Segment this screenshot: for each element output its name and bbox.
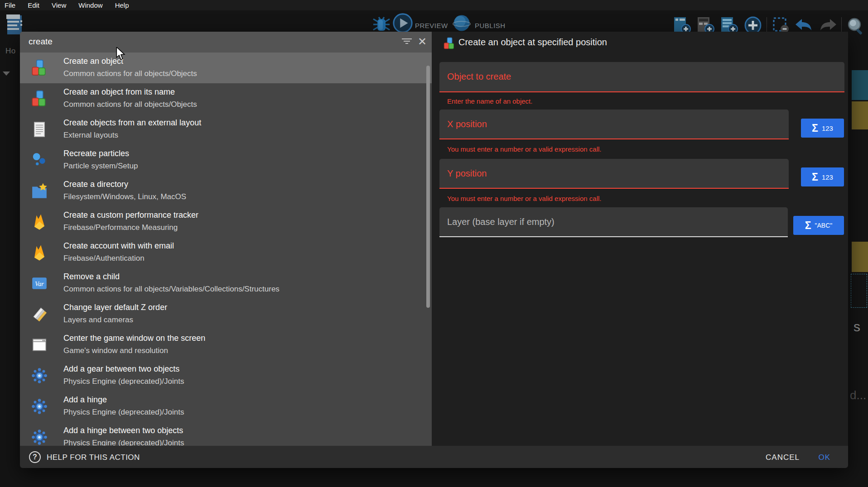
layer-placeholder: Layer (base layer if empty) xyxy=(447,217,555,227)
toolbar-separator xyxy=(841,17,842,33)
objects-cubes-icon xyxy=(443,37,456,50)
home-tab-partial[interactable]: Ho xyxy=(5,47,16,56)
game-window-icon xyxy=(31,336,48,353)
app-window: File Edit View Window Help Ho PREVIEW xyxy=(0,0,868,487)
object-to-create-field[interactable]: Object to create xyxy=(439,62,844,92)
scene-object-teal xyxy=(852,70,868,100)
menu-help[interactable]: Help xyxy=(115,1,129,9)
list-item[interactable]: Create a directory Filesystem/Windows, L… xyxy=(20,176,432,206)
svg-text:Var: Var xyxy=(35,280,44,287)
action-title: Remove a child xyxy=(63,272,120,282)
list-item[interactable]: Add a hinge Physics Engine (deprecated)/… xyxy=(20,391,432,422)
y-position-placeholder: Y position xyxy=(447,168,487,179)
publish-button[interactable]: PUBLISH xyxy=(475,22,506,29)
list-item[interactable]: Change layer default Z order Layers and … xyxy=(20,299,432,329)
search-icon[interactable] xyxy=(845,16,865,35)
list-item[interactable]: Create objects from an external layout E… xyxy=(20,114,432,145)
list-item[interactable]: Add a gear between two objects Physics E… xyxy=(20,360,432,391)
search-input[interactable]: create xyxy=(29,37,53,47)
dialog-footer: ? HELP FOR THIS ACTION CANCEL OK xyxy=(20,446,848,468)
list-item[interactable]: Create an object Common actions for all … xyxy=(20,53,432,83)
menu-bar: File Edit View Window Help xyxy=(0,0,868,10)
action-title: Create account with with email xyxy=(63,241,174,251)
cancel-button[interactable]: CANCEL xyxy=(766,453,800,462)
object-to-create-placeholder: Object to create xyxy=(447,72,511,82)
expression-button-label: 123 xyxy=(822,124,833,132)
firebase-flame-icon xyxy=(31,244,48,261)
physics-gear-icon xyxy=(31,429,48,446)
action-subtitle: Physics Engine (deprecated)/Joints xyxy=(63,408,184,417)
scene-object-olive xyxy=(852,242,868,272)
action-subtitle: Firebase/Authentication xyxy=(63,254,145,263)
expression-button-label: "ABC" xyxy=(815,222,833,229)
firebase-flame-icon xyxy=(31,213,48,230)
list-item[interactable]: Add a hinge between two objects Physics … xyxy=(20,422,432,446)
action-subtitle: Game's window and resolution xyxy=(63,346,168,355)
list-item[interactable]: Create a custom performance tracker Fire… xyxy=(20,206,432,237)
action-subtitle: Filesystem/Windows, Linux, MacOS xyxy=(63,192,186,201)
action-title: Recreate particles xyxy=(63,149,129,158)
list-item[interactable]: Center the game window on the screen Gam… xyxy=(20,329,432,360)
instruction-editor-dialog: create ✕ Create an object Common actions… xyxy=(20,32,848,468)
list-item[interactable]: Recreate particles Particle system/Setup xyxy=(20,145,432,176)
action-title: Create an object xyxy=(63,57,123,66)
x-field-error: You must enter a number or a valid expre… xyxy=(447,145,601,153)
action-list-pane: create ✕ Create an object Common actions… xyxy=(20,32,432,446)
list-item[interactable]: Create an object from its name Common ac… xyxy=(20,83,432,114)
help-question-icon: ? xyxy=(29,451,41,463)
panel-title: Create an object at specified position xyxy=(458,37,607,48)
object-field-helper: Enter the name of an object. xyxy=(447,97,532,105)
action-subtitle: Common actions for all objects/Objects xyxy=(63,69,197,78)
action-list: Create an object Common actions for all … xyxy=(20,53,432,446)
action-subtitle: Firebase/Performance Measuring xyxy=(63,223,178,232)
list-item[interactable]: Var Remove a child Common actions for al… xyxy=(20,268,432,299)
x-expression-button[interactable]: Σ 123 xyxy=(801,119,844,138)
action-subtitle: Layers and cameras xyxy=(63,315,133,325)
action-title: Create objects from an external layout xyxy=(63,118,201,128)
action-subtitle: Common actions for all objects/Objects xyxy=(63,100,197,109)
physics-gear-icon xyxy=(31,398,48,415)
action-subtitle: Particle system/Setup xyxy=(63,162,138,171)
sigma-icon: Σ xyxy=(812,171,818,183)
scene-text-fragment: d... xyxy=(850,388,866,402)
mouse-cursor xyxy=(115,47,126,61)
scene-selection-outline xyxy=(851,274,867,308)
search-bar[interactable]: create ✕ xyxy=(20,32,432,53)
publish-globe-icon[interactable] xyxy=(452,14,471,33)
objects-cubes-icon xyxy=(31,90,48,107)
action-subtitle: Physics Engine (deprecated)/Joints xyxy=(63,439,184,446)
list-scrollbar[interactable] xyxy=(426,66,430,308)
folder-star-icon xyxy=(31,182,48,200)
expression-button-label: 123 xyxy=(822,173,833,181)
layer-expression-button[interactable]: Σ "ABC" xyxy=(793,216,844,235)
action-title: Add a hinge between two objects xyxy=(63,426,183,435)
help-for-this-action-button[interactable]: HELP FOR THIS ACTION xyxy=(47,453,140,462)
filter-icon[interactable] xyxy=(401,38,412,46)
action-title: Create an object from its name xyxy=(63,87,175,97)
close-icon[interactable]: ✕ xyxy=(418,35,427,48)
action-subtitle: Common actions for all objects/Variables… xyxy=(63,285,280,294)
menu-edit[interactable]: Edit xyxy=(28,1,39,9)
menu-window[interactable]: Window xyxy=(78,1,102,9)
external-layout-icon xyxy=(31,121,48,138)
layer-field[interactable]: Layer (base layer if empty) xyxy=(439,207,788,237)
sigma-icon: Σ xyxy=(812,122,818,134)
preview-play-icon[interactable] xyxy=(392,13,413,33)
action-title: Create a custom performance tracker xyxy=(63,210,198,220)
layer-eraser-icon xyxy=(31,306,48,323)
menu-file[interactable]: File xyxy=(5,1,15,9)
x-position-field[interactable]: X position xyxy=(439,110,789,139)
menu-view[interactable]: View xyxy=(52,1,66,9)
action-title: Center the game window on the screen xyxy=(63,334,205,343)
y-field-error: You must enter a number or a valid expre… xyxy=(447,195,601,202)
variable-icon: Var xyxy=(31,275,48,292)
preview-button[interactable]: PREVIEW xyxy=(415,22,448,29)
y-position-field[interactable]: Y position xyxy=(439,159,789,189)
chevron-down-icon[interactable] xyxy=(3,72,10,76)
parameters-pane: Create an object at specified position O… xyxy=(432,32,848,446)
action-subtitle: Physics Engine (deprecated)/Joints xyxy=(63,377,184,386)
x-position-placeholder: X position xyxy=(447,119,487,129)
ok-button[interactable]: OK xyxy=(818,453,830,462)
list-item[interactable]: Create account with with email Firebase/… xyxy=(20,237,432,268)
y-expression-button[interactable]: Σ 123 xyxy=(801,167,844,186)
